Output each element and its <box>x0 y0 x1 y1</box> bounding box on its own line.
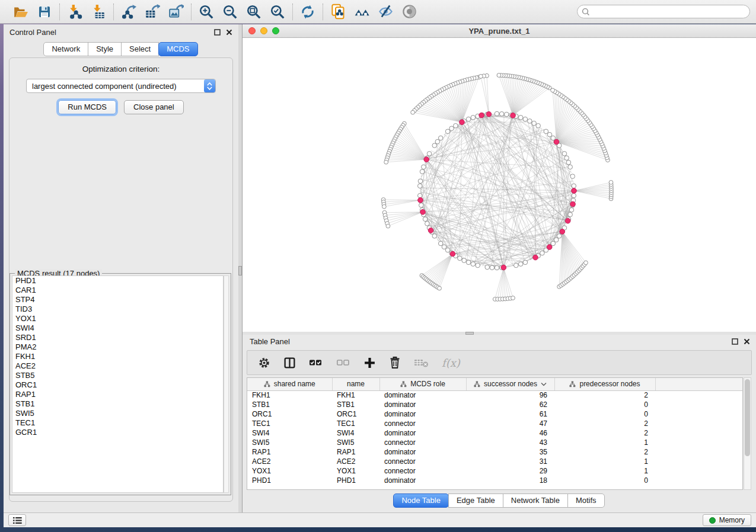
memory-status-icon <box>709 517 716 524</box>
zoom-out-icon[interactable] <box>221 3 239 21</box>
export-network-icon[interactable] <box>120 3 138 21</box>
show-panels-list-button[interactable] <box>8 514 26 526</box>
import-table-icon[interactable] <box>90 3 107 21</box>
column-header-successor-nodes[interactable]: successor nodes <box>466 378 554 390</box>
vertical-splitter[interactable] <box>238 24 243 512</box>
network-window-titlebar[interactable]: YPA_prune.txt_1 <box>243 24 756 38</box>
hide-selected-icon[interactable] <box>377 3 394 21</box>
table-row[interactable]: PHD1PHD1dominator180 <box>247 476 742 485</box>
close-panel-icon[interactable] <box>226 29 232 36</box>
mcds-result-item[interactable]: PHD1 <box>12 276 223 286</box>
zoom-selected-icon[interactable] <box>269 3 286 21</box>
tab-select[interactable]: Select <box>121 42 159 56</box>
table-toolbar: f(x) <box>247 350 752 375</box>
mcds-result-item[interactable]: CAR1 <box>12 286 223 295</box>
search-input[interactable] <box>577 5 750 18</box>
mcds-result-item[interactable]: TID3 <box>12 305 223 314</box>
control-panel: Control Panel Network Style Select MCDS … <box>4 24 238 512</box>
column-header-predecessor-nodes[interactable]: predecessor nodes <box>554 378 655 390</box>
export-image-icon[interactable] <box>167 3 185 21</box>
run-mcds-button[interactable]: Run MCDS <box>58 100 116 114</box>
attribute-tree-icon <box>569 381 576 387</box>
attribute-tree-icon <box>474 381 480 387</box>
delete-table-icon-disabled <box>414 357 429 368</box>
table-scrollbar-thumb[interactable] <box>745 379 750 456</box>
table-row[interactable]: TEC1TEC1connector472 <box>247 419 742 428</box>
float-panel-icon[interactable] <box>214 29 221 36</box>
mcds-result-item[interactable]: PMA2 <box>12 342 223 352</box>
import-network-icon[interactable] <box>66 3 84 21</box>
table-row[interactable]: SWI5SWI5connector431 <box>247 438 742 447</box>
table-settings-gear-icon[interactable] <box>258 357 270 369</box>
close-panel-button[interactable]: Close panel <box>124 100 184 114</box>
mcds-result-item[interactable]: FKH1 <box>12 352 223 361</box>
network-canvas-area[interactable] <box>243 38 756 332</box>
table-row[interactable]: ORC1ORC1dominator610 <box>247 409 742 419</box>
mcds-result-item[interactable]: RAP1 <box>12 390 223 399</box>
float-table-panel-icon[interactable] <box>732 338 738 345</box>
tab-edge-table[interactable]: Edge Table <box>448 493 503 508</box>
mcds-result-item[interactable]: GCR1 <box>12 428 223 437</box>
table-row[interactable]: FKH1FKH1dominator962 <box>247 390 742 400</box>
mcds-result-item[interactable]: YOX1 <box>12 314 223 323</box>
criterion-dropdown-value: largest connected component (undirected) <box>27 82 204 91</box>
deselect-all-icon[interactable] <box>336 357 350 368</box>
first-neighbors-icon[interactable] <box>353 3 371 21</box>
tab-motifs[interactable]: Motifs <box>567 493 605 508</box>
sort-chevron-icon[interactable] <box>541 382 547 386</box>
new-network-from-selection-icon[interactable] <box>329 3 347 21</box>
open-file-icon[interactable] <box>12 3 30 21</box>
vertical-splitter-handle[interactable] <box>238 266 242 275</box>
delete-column-trash-icon[interactable] <box>389 356 401 369</box>
tab-node-table[interactable]: Node Table <box>393 493 449 508</box>
save-session-icon[interactable] <box>36 3 53 21</box>
column-header-shared-name[interactable]: shared name <box>247 378 332 390</box>
column-header-mcds-role[interactable]: MCDS role <box>379 378 466 390</box>
memory-button[interactable]: Memory <box>703 514 751 526</box>
node-table-body: FKH1FKH1dominator962STB1STB1dominator620… <box>247 390 742 485</box>
tab-network[interactable]: Network <box>43 42 88 56</box>
mcds-result-item[interactable]: STB5 <box>12 371 223 380</box>
select-all-icon[interactable] <box>309 357 323 368</box>
table-row[interactable]: ACE2ACE2connector311 <box>247 457 742 466</box>
tab-network-table[interactable]: Network Table <box>503 493 568 508</box>
network-graph[interactable] <box>243 38 756 332</box>
zoom-fit-icon[interactable] <box>245 3 263 21</box>
show-all-icon[interactable] <box>400 3 418 21</box>
mcds-result-item[interactable]: ORC1 <box>12 380 223 390</box>
tab-style[interactable]: Style <box>88 42 122 56</box>
table-panel-header: Table Panel <box>243 335 756 348</box>
export-table-icon[interactable] <box>143 3 161 21</box>
dropdown-stepper-icon <box>204 79 215 92</box>
mcds-result-item[interactable]: SWI4 <box>12 323 223 333</box>
attribute-tree-icon <box>400 381 407 387</box>
tab-mcds[interactable]: MCDS <box>158 42 197 56</box>
table-row[interactable]: STB1STB1dominator620 <box>247 400 742 409</box>
search-field-wrap <box>577 5 750 18</box>
mcds-result-item[interactable]: ACE2 <box>12 361 223 371</box>
table-row[interactable]: RAP1RAP1dominator352 <box>247 447 742 457</box>
mcds-result-list[interactable]: PHD1CAR1STP4TID3YOX1SWI4SRD1PMA2FKH1ACE2… <box>12 275 224 493</box>
show-column-panel-icon[interactable] <box>283 357 296 369</box>
mcds-result-groupbox: MCDS result (17 nodes) PHD1CAR1STP4TID3Y… <box>9 273 231 495</box>
zoom-in-icon[interactable] <box>197 3 215 21</box>
optimization-criterion-label: Optimization criterion: <box>4 65 238 73</box>
create-column-icon[interactable] <box>363 357 376 369</box>
table-scrollbar[interactable] <box>744 377 751 490</box>
column-header-empty <box>655 378 742 390</box>
close-table-panel-icon[interactable] <box>744 338 750 345</box>
mcds-result-item[interactable]: TEC1 <box>12 418 223 428</box>
mcds-result-item[interactable]: SWI5 <box>12 409 223 418</box>
network-view-window: YPA_prune.txt_1 <box>243 24 756 332</box>
mcds-result-item[interactable]: SRD1 <box>12 333 223 342</box>
table-row[interactable]: SWI4SWI4dominator462 <box>247 428 742 438</box>
search-icon <box>582 8 590 16</box>
column-header-name[interactable]: name <box>332 378 379 390</box>
table-row[interactable]: YOX1YOX1connector291 <box>247 466 742 476</box>
criterion-dropdown[interactable]: largest connected component (undirected) <box>26 79 216 93</box>
mcds-result-item[interactable]: STP4 <box>12 295 223 305</box>
mcds-result-item[interactable]: STB1 <box>12 399 223 409</box>
node-table-header: shared name name MCDS role successor nod… <box>247 378 742 390</box>
refresh-icon[interactable] <box>299 3 317 21</box>
mcds-result-scrollbar[interactable] <box>224 275 229 493</box>
